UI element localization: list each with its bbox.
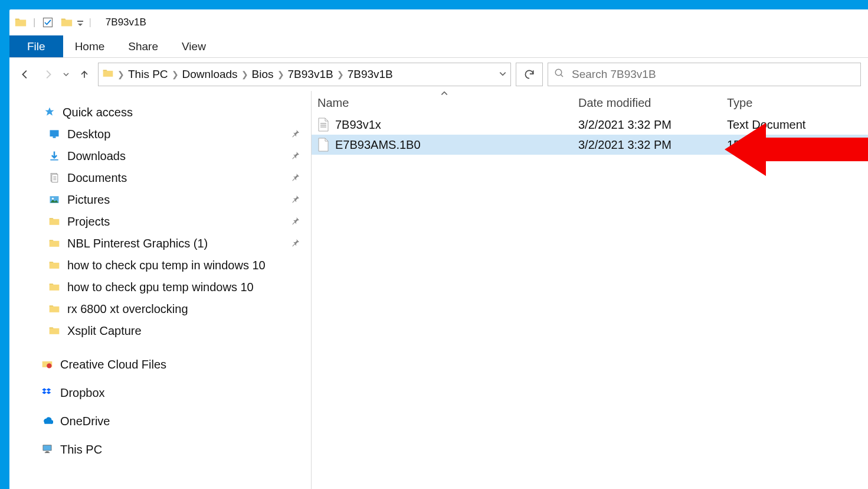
- sidebar-item[interactable]: OneDrive: [9, 407, 311, 435]
- folder-icon: [48, 281, 61, 294]
- chevron-right-icon[interactable]: ❯: [277, 70, 284, 79]
- svg-point-2: [555, 69, 562, 76]
- sidebar-item[interactable]: how to check gpu temp windows 10: [9, 276, 311, 298]
- file-type: 1B0 File: [727, 138, 868, 152]
- sidebar-item[interactable]: Downloads: [9, 145, 311, 167]
- star-icon: [44, 106, 57, 119]
- sidebar-item-label: Downloads: [67, 149, 126, 163]
- svg-rect-12: [43, 445, 51, 450]
- sidebar-quick-access[interactable]: Quick access: [9, 102, 311, 123]
- sidebar-item[interactable]: Desktop: [9, 123, 311, 145]
- tab-home[interactable]: Home: [63, 35, 117, 57]
- sidebar-item-label: Desktop: [67, 128, 110, 141]
- svg-rect-3: [50, 130, 59, 136]
- onedrive-icon: [41, 415, 54, 428]
- sidebar-item-label: Projects: [67, 215, 110, 229]
- properties-toggle[interactable]: [41, 16, 54, 29]
- address-bar[interactable]: ❯ This PC ❯ Downloads ❯ Bios ❯ 7B93v1B ❯…: [98, 63, 511, 86]
- address-dropdown[interactable]: [499, 70, 507, 80]
- sidebar-item[interactable]: Pictures: [9, 189, 311, 211]
- pin-icon: [291, 172, 300, 184]
- column-header-type[interactable]: Type: [727, 96, 868, 110]
- navigation-pane[interactable]: Quick access DesktopDownloadsDocumentsPi…: [9, 91, 312, 489]
- refresh-button[interactable]: [516, 63, 543, 86]
- ribbon: File Home Share View: [9, 35, 868, 58]
- file-row[interactable]: E7B93AMS.1B03/2/2021 3:32 PM1B0 File: [312, 135, 868, 155]
- pictures-icon: [48, 194, 61, 207]
- sidebar-item[interactable]: Xsplit Capture: [9, 320, 311, 342]
- sidebar-item-label: Pictures: [67, 193, 110, 207]
- svg-rect-5: [50, 159, 58, 160]
- qat-dropdown[interactable]: [77, 18, 85, 27]
- main-area: Quick access DesktopDownloadsDocumentsPi…: [9, 91, 868, 489]
- chevron-right-icon[interactable]: ❯: [172, 70, 179, 79]
- file-list-pane[interactable]: Name Date modified Type 7B93v1x3/2/2021 …: [312, 91, 868, 489]
- chevron-right-icon[interactable]: ❯: [337, 70, 344, 79]
- breadcrumb-segment[interactable]: This PC: [128, 68, 168, 81]
- file-row[interactable]: 7B93v1x3/2/2021 3:32 PMText Document: [312, 115, 868, 135]
- file-date: 3/2/2021 3:32 PM: [578, 138, 727, 152]
- folder-icon: [48, 325, 61, 338]
- pin-icon: [291, 238, 300, 250]
- search-icon: [554, 68, 565, 82]
- sidebar-item-label: Documents: [67, 171, 127, 185]
- qat-divider: |: [33, 17, 35, 28]
- svg-rect-14: [45, 452, 50, 453]
- breadcrumb-segment[interactable]: 7B93v1B: [288, 68, 333, 81]
- svg-point-10: [47, 363, 51, 368]
- sidebar-item[interactable]: Creative Cloud Files: [9, 350, 311, 379]
- folder-icon: [60, 16, 73, 29]
- sidebar-item[interactable]: how to check cpu temp in windows 10: [9, 255, 311, 276]
- sidebar-item-label: OneDrive: [60, 415, 110, 428]
- breadcrumb-segment[interactable]: 7B93v1B: [348, 68, 393, 81]
- sidebar-item-label: rx 6800 xt overclocking: [67, 302, 188, 316]
- chevron-right-icon[interactable]: ❯: [117, 70, 125, 79]
- breadcrumb-segment[interactable]: Bios: [252, 68, 274, 81]
- column-headers: Name Date modified Type: [312, 91, 868, 115]
- tab-share[interactable]: Share: [116, 35, 170, 57]
- svg-rect-13: [46, 451, 49, 452]
- titlebar: | | 7B93v1B: [9, 9, 868, 35]
- up-button[interactable]: [76, 66, 93, 83]
- svg-rect-1: [77, 21, 83, 22]
- folder-icon: [102, 67, 114, 82]
- folder-icon: [48, 259, 61, 272]
- sidebar-item-label: Dropbox: [60, 386, 105, 400]
- sidebar-item-label: Xsplit Capture: [67, 324, 142, 338]
- svg-point-9: [52, 197, 54, 199]
- forward-button[interactable]: [39, 66, 57, 83]
- sidebar-item[interactable]: Projects: [9, 211, 311, 233]
- explorer-window: | | 7B93v1B File Home Share View: [9, 9, 868, 489]
- column-header-date[interactable]: Date modified: [578, 96, 727, 110]
- chevron-right-icon[interactable]: ❯: [241, 70, 248, 79]
- folder-icon: [14, 16, 27, 29]
- qat-divider: |: [89, 17, 91, 28]
- tab-file[interactable]: File: [9, 35, 63, 57]
- sidebar-item-label: how to check cpu temp in windows 10: [67, 259, 266, 272]
- sidebar-item-label: Creative Cloud Files: [60, 358, 166, 371]
- sidebar-item[interactable]: NBL Pinterest Graphics (1): [9, 233, 311, 255]
- folder-icon: [48, 216, 61, 229]
- back-button[interactable]: [17, 66, 34, 83]
- file-name: 7B93v1x: [335, 118, 381, 132]
- folder-icon: [48, 237, 61, 250]
- window-title: 7B93v1B: [106, 17, 146, 28]
- search-box[interactable]: [548, 63, 861, 86]
- sidebar-item[interactable]: Documents: [9, 167, 311, 189]
- sidebar-item-label: how to check gpu temp windows 10: [67, 281, 254, 294]
- search-input[interactable]: [572, 68, 854, 81]
- sidebar-item[interactable]: rx 6800 xt overclocking: [9, 298, 311, 320]
- sidebar-item-label: This PC: [60, 443, 102, 457]
- downloads-icon: [48, 150, 61, 163]
- folder-icon: [48, 303, 61, 316]
- file-type: Text Document: [727, 118, 868, 132]
- sidebar-item[interactable]: Dropbox: [9, 379, 311, 407]
- svg-rect-4: [53, 136, 56, 138]
- pin-icon: [291, 194, 300, 206]
- sidebar-label: Quick access: [63, 106, 133, 119]
- documents-icon: [48, 172, 61, 185]
- sidebar-item[interactable]: This PC: [9, 435, 311, 464]
- history-dropdown[interactable]: [61, 66, 71, 83]
- breadcrumb-segment[interactable]: Downloads: [182, 68, 238, 81]
- tab-view[interactable]: View: [170, 35, 218, 57]
